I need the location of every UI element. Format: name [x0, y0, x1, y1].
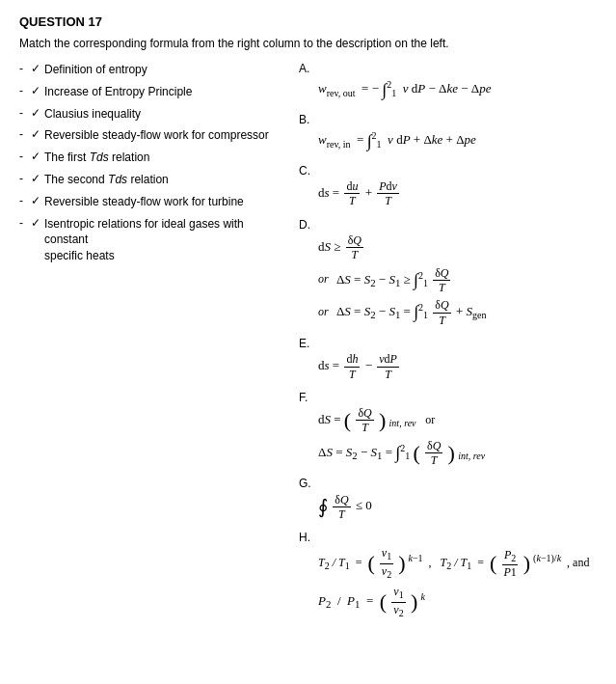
dash: - — [19, 106, 27, 120]
checkmark: ✓ — [31, 127, 40, 141]
dash: - — [19, 84, 27, 97]
formula-E: E. ds = dh T − vdP T — [299, 337, 597, 381]
formula-C-content: ds = du T + Pdv T — [318, 179, 597, 208]
formula-D: D. dS ≥ δQ T or ΔS = S2 − S1 ≥ ∫21 δQ T … — [299, 218, 597, 327]
list-item: - ✓ Definition of entropy — [19, 62, 289, 78]
formula-A: A. wrev, out = − ∫21 v dP − Δke − Δpe — [299, 62, 597, 103]
formula-C: C. ds = du T + Pdv T — [299, 164, 597, 208]
item-label: Clausius inequality — [44, 106, 141, 123]
dash: - — [19, 150, 27, 163]
checkmark: ✓ — [31, 106, 40, 120]
list-item: - ✓ Isentropic relations for ideal gases… — [19, 216, 289, 264]
instruction: Match the corresponding formula from the… — [19, 37, 597, 50]
formula-E-content: ds = dh T − vdP T — [318, 352, 597, 381]
item-label: Definition of entropy — [44, 62, 147, 78]
item-label: Reversible steady-flow work for turbine — [44, 194, 244, 210]
dash: - — [19, 172, 27, 185]
label-D: D. — [299, 218, 597, 232]
label-C: C. — [299, 164, 597, 178]
formula-D-or2: or ΔS = S2 − S1 = ∫21 δQ T + Sgen — [318, 298, 597, 327]
list-item: - ✓ Reversible steady-flow work for comp… — [19, 127, 289, 144]
item-label: The first Tds relation — [44, 150, 149, 166]
dash: - — [19, 127, 27, 141]
formula-F-or: ΔS = S2 − S1 = ∫21 ( δQ T ) int, rev — [318, 439, 597, 468]
formula-B-content: wrev, in = ∫21 v dP + Δke + Δpe — [318, 128, 597, 154]
formula-D-content: dS ≥ δQ T — [318, 233, 597, 262]
list-item: - ✓ The first Tds relation — [19, 150, 289, 166]
label-G: G. — [299, 477, 597, 490]
checkmark: ✓ — [31, 84, 40, 97]
formula-A-content: wrev, out = − ∫21 v dP − Δke − Δpe — [318, 77, 597, 103]
formula-D-or1: or ΔS = S2 − S1 ≥ ∫21 δQ T — [318, 266, 597, 295]
checkmark: ✓ — [31, 172, 40, 185]
list-item: - ✓ Increase of Entropy Principle — [19, 84, 289, 100]
item-label: The second Tds relation — [44, 172, 169, 188]
checkmark: ✓ — [31, 150, 40, 163]
left-column: - ✓ Definition of entropy - ✓ Increase o… — [19, 62, 289, 629]
label-E: E. — [299, 337, 597, 350]
formula-G-content: ∮ δQ T ≤ 0 — [318, 492, 597, 521]
item-label: Increase of Entropy Principle — [44, 84, 192, 100]
label-A: A. — [299, 62, 597, 75]
formula-G: G. ∮ δQ T ≤ 0 — [299, 477, 597, 521]
formula-H: H. T2 / T1 = ( v1 v2 ) k−1 , T2 / T1 = ( — [299, 531, 597, 619]
dash: - — [19, 194, 27, 207]
label-H: H. — [299, 531, 597, 544]
dash: - — [19, 62, 27, 75]
formula-F: F. dS = ( δQ T ) int, rev or ΔS = S2 − S… — [299, 391, 597, 468]
formula-H-and: P2 / P1 = ( v1 v2 ) k — [318, 585, 597, 619]
question-header: QUESTION 17 — [19, 14, 597, 29]
list-item: - ✓ Reversible steady-flow work for turb… — [19, 194, 289, 210]
formula-H-content: T2 / T1 = ( v1 v2 ) k−1 , T2 / T1 = ( — [318, 546, 597, 581]
list-item: - ✓ The second Tds relation — [19, 172, 289, 188]
formula-B: B. wrev, in = ∫21 v dP + Δke + Δpe — [299, 113, 597, 154]
label-B: B. — [299, 113, 597, 126]
label-F: F. — [299, 391, 597, 404]
dash: - — [19, 216, 27, 230]
item-label: Isentropic relations for ideal gases wit… — [44, 216, 289, 264]
checkmark: ✓ — [31, 62, 40, 75]
item-label: Reversible steady-flow work for compress… — [44, 127, 269, 144]
list-item: - ✓ Clausius inequality — [19, 106, 289, 123]
right-column: A. wrev, out = − ∫21 v dP − Δke − Δpe B.… — [299, 62, 597, 629]
checkmark: ✓ — [31, 216, 40, 230]
formula-F-content: dS = ( δQ T ) int, rev or — [318, 406, 597, 435]
checkmark: ✓ — [31, 194, 40, 207]
